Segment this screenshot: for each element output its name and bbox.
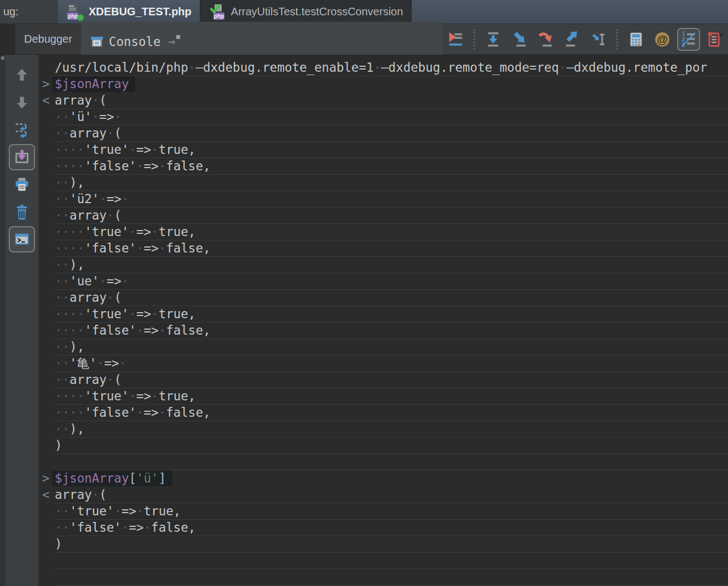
console-line: ··), [39, 338, 728, 355]
console-line: ····'true'·=>·true, [39, 306, 728, 322]
console-line: >$jsonArray['ü'] [39, 470, 728, 486]
toolbar-left-edge [0, 24, 15, 54]
force-step-into-button[interactable] [534, 28, 557, 51]
console-line: ··'亀'·=>· [39, 355, 728, 371]
run-config-label: ug: [0, 0, 58, 24]
php-console-running-icon: php [66, 3, 84, 21]
console-line-text: ··array·( [55, 290, 122, 305]
step-out-button[interactable] [561, 28, 583, 51]
terminal-icon [14, 231, 30, 248]
svg-text:2: 2 [682, 36, 685, 42]
prompt-marker: > [42, 470, 50, 486]
svg-text:@: @ [657, 33, 668, 45]
svg-text:php: php [214, 13, 224, 19]
debugger-tab-label: Debugger [24, 33, 72, 45]
php-test-passed-icon: php [209, 3, 226, 21]
printer-icon [14, 176, 30, 193]
ide-debug-window: ug: php XDEBUG_TEST.php php ArrayUtilsTe… [0, 0, 728, 586]
run-to-cursor-button[interactable] [587, 28, 610, 51]
console-line: >$jsonArray [39, 76, 728, 92]
console-input-expression: $jsonArray['ü'] [52, 470, 172, 486]
scroll-to-end-icon [14, 149, 30, 165]
command-line-button[interactable] [9, 226, 35, 252]
console-line-text: ··'亀'·=>· [55, 356, 126, 370]
run-to-cursor-icon [590, 31, 606, 48]
console-line-text: ··), [55, 422, 84, 436]
console-line-text: ····'true'·=>·true, [55, 142, 195, 157]
console-tab-label: Console [109, 35, 161, 49]
console-line-text: array·( [55, 487, 107, 502]
clipboard-dropdown-icon [706, 31, 724, 48]
console-line: ··'false'·=>·false, [39, 519, 728, 536]
console-line: ··array·( [39, 207, 728, 223]
up-arrow-icon [14, 67, 30, 83]
at-mentions-button[interactable]: @ [651, 28, 674, 51]
evaluate-expression-button[interactable] [625, 28, 648, 51]
toolbar-separator [616, 29, 618, 50]
console-line: ····'false'·=>·false, [39, 240, 728, 256]
console-line-text: ····'true'·=>·true, [55, 307, 195, 321]
console-line: ) [39, 437, 728, 453]
console-line: ····'false'·=>·false, [39, 404, 728, 421]
down-stack-button[interactable] [9, 89, 35, 116]
console-line-text: /usr/local/bin/php·–dxdebug.remote_enabl… [55, 60, 707, 74]
tab-xdebug-test[interactable]: php XDEBUG_TEST.php [58, 0, 200, 24]
console-line-text: ··array·( [55, 208, 122, 222]
console-line-text: ····'true'·=>·true, [55, 225, 195, 239]
console-line-text: ··'ü2'·=>· [55, 192, 129, 206]
debugger-toolbar: Debugger Console → [0, 24, 728, 55]
tab-label: XDEBUG_TEST.php [89, 5, 192, 18]
print-button[interactable] [9, 171, 35, 198]
scroll-to-end-button[interactable] [9, 144, 35, 170]
console-icon [90, 35, 104, 49]
console-line-text: ··'ue'·=>· [55, 274, 129, 288]
console-output[interactable]: /usr/local/bin/php·–dxdebug.remote_enabl… [39, 55, 728, 586]
console-line: ····'false'·=>·false, [39, 322, 728, 338]
console-line: ····'true'·=>·true, [39, 141, 728, 158]
clipboard-menu-button[interactable] [703, 28, 726, 51]
console-line [39, 568, 728, 585]
console-line: ··), [39, 174, 728, 191]
tab-arrayutils-test[interactable]: php ArrayUtilsTest.testCrossConversion [200, 0, 412, 24]
console-line [39, 453, 728, 470]
down-arrow-icon [14, 94, 30, 111]
step-into-button[interactable] [508, 28, 531, 51]
soft-wraps-icon [14, 122, 30, 138]
show-execution-point-icon [447, 31, 464, 48]
prompt-marker: < [42, 486, 50, 503]
svg-text:php: php [68, 13, 78, 19]
numbered-list-button[interactable]: 1 2 3 [677, 28, 700, 51]
console-line-text: array·( [55, 93, 107, 107]
console-line: ··'ue'·=>· [39, 273, 728, 289]
tab-debugger[interactable]: Debugger [15, 24, 81, 54]
console-line: ··array·( [39, 371, 728, 388]
console-line-text: ····'false'·=>·false, [55, 241, 210, 255]
console-line: <array·( [39, 92, 728, 108]
console-main-area: /usr/local/bin/php·–dxdebug.remote_enabl… [0, 55, 728, 586]
console-line-text: ) [55, 438, 62, 452]
soft-wraps-button[interactable] [9, 117, 35, 143]
console-line: ··array·( [39, 125, 728, 141]
step-over-button[interactable] [482, 28, 505, 51]
console-line-text: ··), [55, 257, 84, 272]
console-line: ····'true'·=>·true, [39, 388, 728, 404]
clear-all-button[interactable] [9, 199, 35, 225]
console-line-text: ··'false'·=>·false, [55, 520, 195, 535]
tab-console[interactable]: Console → [81, 22, 442, 56]
up-stack-button[interactable] [9, 62, 35, 88]
console-line-text: ····'true'·=>·true, [55, 389, 195, 403]
console-line: ····'false'·=>·false, [39, 158, 728, 174]
console-line-text: ····'false'·=>·false, [55, 323, 210, 337]
console-line-text: ··array·( [55, 372, 122, 387]
show-execution-point-button[interactable] [444, 28, 467, 51]
console-output-arrow-icon: → [168, 36, 180, 47]
console-line: ) [39, 536, 728, 552]
console-line: ··'ü'·=>· [39, 108, 728, 125]
console-line-text: ) [55, 537, 62, 551]
calculator-icon [628, 31, 644, 48]
stripe-handle [1, 56, 4, 60]
console-line-text: ····'false'·=>·false, [55, 159, 210, 173]
numbered-list-icon: 1 2 3 [680, 31, 697, 48]
step-into-icon [511, 31, 528, 48]
prompt-marker: < [42, 92, 50, 108]
